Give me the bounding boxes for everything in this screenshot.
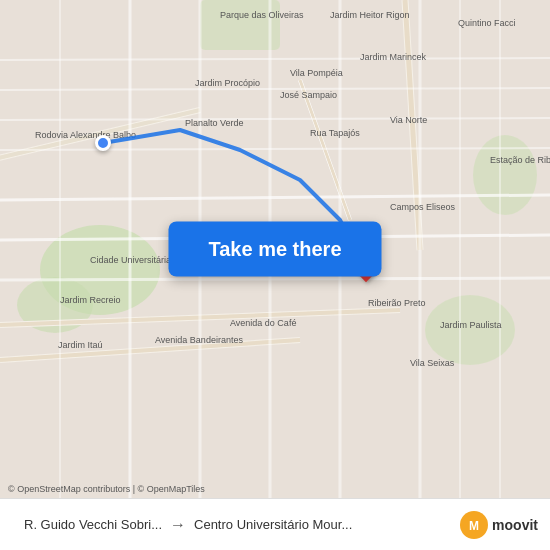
svg-point-4 <box>473 135 537 215</box>
svg-line-18 <box>0 278 550 280</box>
bottom-bar: R. Guido Vecchi Sobri... → Centro Univer… <box>0 498 550 550</box>
map-copyright: © OpenStreetMap contributors | © OpenMap… <box>8 484 205 494</box>
origin-text: R. Guido Vecchi Sobri... <box>24 517 162 532</box>
moovit-label: moovit <box>492 517 538 533</box>
svg-point-5 <box>425 295 515 365</box>
moovit-icon: M <box>460 511 488 539</box>
destination-text: Centro Universitário Mour... <box>194 517 352 532</box>
moovit-logo: M moovit <box>460 511 538 539</box>
map-container[interactable]: Parque das OliveirasJardim Heitor RigonQ… <box>0 0 550 498</box>
origin-marker <box>95 135 111 151</box>
route-info: R. Guido Vecchi Sobri... → Centro Univer… <box>12 516 460 534</box>
take-me-there-button[interactable]: Take me there <box>168 222 381 277</box>
svg-text:M: M <box>469 519 479 533</box>
button-overlay: Take me there <box>168 222 381 277</box>
arrow-icon: → <box>170 516 186 534</box>
svg-rect-3 <box>200 0 280 50</box>
app: Parque das OliveirasJardim Heitor RigonQ… <box>0 0 550 550</box>
